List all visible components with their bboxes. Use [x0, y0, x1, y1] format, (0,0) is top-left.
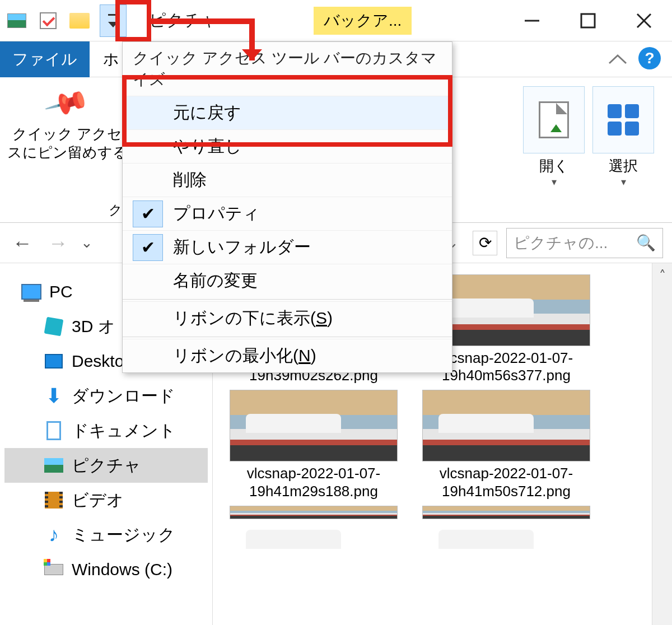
titlebar: ピクチャ バックア...: [0, 0, 672, 41]
menu-separator: [123, 299, 452, 300]
qat-menu-show-below[interactable]: リボンの下に表示(S): [123, 301, 452, 335]
tree-pictures[interactable]: ピクチャ: [4, 448, 208, 483]
close-button[interactable]: [616, 0, 672, 41]
open-label: 開く: [539, 158, 569, 175]
open-caret-icon: ▾: [552, 176, 557, 188]
open-doc-icon: [539, 101, 569, 138]
qat-menu-label: 削除: [173, 169, 207, 192]
videos-icon: [44, 490, 64, 510]
refresh-button[interactable]: ⟳: [473, 231, 497, 255]
file-item[interactable]: vlcsnap-2022-01-07-19h41m50s712.png: [422, 390, 590, 500]
check-cell: [133, 343, 163, 370]
maximize-button[interactable]: [560, 0, 616, 41]
qat-menu-label: 新しいフォルダー: [173, 236, 311, 259]
tree-downloads[interactable]: ⬇ ダウンロード: [4, 379, 208, 413]
tree-label: ピクチャ: [72, 454, 141, 477]
select-grid-icon: [608, 104, 639, 136]
refresh-icon: ⟳: [479, 234, 492, 252]
tree-label: ミュージック: [72, 524, 175, 547]
pictures-icon: [44, 455, 64, 475]
qat-menu-label: リボンの下に表示(S): [173, 307, 333, 330]
qat-menu-label: 名前の変更: [173, 269, 258, 292]
thumbnail-train-icon: [230, 506, 398, 519]
new-folder-qat-icon[interactable]: [68, 10, 91, 32]
check-cell: [133, 133, 163, 160]
recent-locations-caret[interactable]: ⌄: [81, 234, 93, 251]
download-icon: ⬇: [44, 386, 64, 406]
qat-menu-redo[interactable]: やり直し: [123, 129, 452, 163]
file-item-partial[interactable]: [422, 506, 590, 519]
tree-label: Windows (C:): [72, 560, 172, 579]
qat-customize-menu: クイック アクセス ツール バーのカスタマイズ 元に戻す やり直し 削除 ✔ プ…: [122, 41, 452, 373]
file-name: vlcsnap-2022-01-07-19h41m50s712.png: [422, 465, 590, 500]
window-title: ピクチャ: [149, 9, 218, 32]
select-caret-icon: ▾: [621, 176, 626, 188]
tree-videos[interactable]: ビデオ: [4, 483, 208, 517]
search-box[interactable]: ピクチャの... 🔍: [506, 228, 663, 258]
backup-tab-overflow[interactable]: バックア...: [314, 7, 412, 35]
file-item-partial[interactable]: [230, 506, 398, 519]
forward-button[interactable]: →: [45, 230, 72, 256]
collapse-ribbon-caret[interactable]: [608, 50, 627, 69]
thumbnail-train-icon: [230, 390, 398, 461]
properties-qat-icon[interactable]: [37, 10, 59, 32]
qat-menu-label: リボンの最小化(N): [173, 344, 316, 367]
thumbnail-train-icon: [422, 506, 590, 519]
clipboard-group-label-truncated: ク: [109, 201, 123, 219]
scroll-up-icon: ˄: [659, 268, 666, 283]
open-button[interactable]: [523, 86, 585, 153]
search-icon: 🔍: [636, 234, 656, 252]
drive-icon: [44, 559, 64, 580]
qat-menu-header: クイック アクセス ツール バーのカスタマイズ: [123, 42, 452, 96]
file-name: vlcsnap-2022-01-07-19h41m29s188.png: [230, 465, 398, 500]
3d-icon: [44, 316, 64, 337]
tree-label: 3D オ: [72, 315, 115, 338]
select-button[interactable]: [592, 86, 654, 153]
back-button[interactable]: ←: [9, 230, 36, 256]
check-cell: [133, 305, 163, 332]
qat-menu-undo[interactable]: 元に戻す: [123, 96, 452, 129]
tree-label: PC: [49, 282, 73, 301]
menu-separator: [123, 337, 452, 337]
qat-menu-delete[interactable]: 削除: [123, 163, 452, 197]
qat-menu-label: やり直し: [173, 135, 242, 158]
help-button[interactable]: ?: [638, 47, 661, 69]
thumbnail-train-icon: [422, 390, 590, 461]
select-label: 選択: [609, 158, 638, 175]
file-item[interactable]: vlcsnap-2022-01-07-19h41m29s188.png: [230, 390, 398, 500]
qat-menu-label: プロパティ: [173, 202, 260, 225]
search-placeholder: ピクチャの...: [514, 232, 608, 254]
pc-icon: [21, 282, 41, 302]
minimize-button[interactable]: [504, 0, 560, 41]
tree-c-drive[interactable]: Windows (C:): [4, 552, 208, 587]
checkmark-icon: ✔: [133, 234, 163, 261]
tree-label: ビデオ: [72, 489, 124, 512]
check-cell: [133, 268, 163, 295]
tree-music[interactable]: ♪ ミュージック: [4, 517, 208, 552]
vertical-scrollbar[interactable]: ˄: [652, 263, 672, 625]
checkmark-icon: ✔: [133, 200, 163, 227]
desktop-icon: [44, 351, 64, 371]
tree-label: ドキュメント: [72, 419, 176, 442]
qat-menu-properties[interactable]: ✔ プロパティ: [123, 197, 452, 230]
pictures-library-icon: [6, 10, 28, 32]
tree-documents[interactable]: ドキュメント: [4, 413, 208, 448]
check-cell: [133, 100, 163, 127]
svg-rect-1: [581, 14, 595, 27]
qat-menu-label: 元に戻す: [173, 101, 241, 124]
qat-menu-new-folder[interactable]: ✔ 新しいフォルダー: [123, 230, 452, 264]
qat-menu-minimize-ribbon[interactable]: リボンの最小化(N): [123, 339, 452, 372]
qat-menu-rename[interactable]: 名前の変更: [123, 264, 452, 297]
qat-customize-dropdown[interactable]: [100, 4, 127, 37]
check-cell: [133, 167, 163, 194]
music-icon: ♪: [44, 525, 64, 545]
document-icon: [44, 421, 64, 441]
tree-label: ダウンロード: [72, 385, 175, 408]
